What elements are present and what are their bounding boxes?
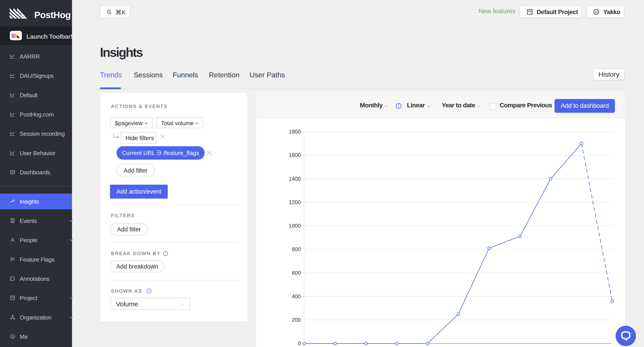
svg-text:1000: 1000 [289,223,301,229]
svg-text:1200: 1200 [289,199,301,205]
svg-text:1400: 1400 [289,176,301,182]
svg-text:800: 800 [292,246,301,252]
svg-text:1800: 1800 [289,128,301,134]
svg-text:1600: 1600 [289,152,301,158]
svg-text:0: 0 [298,340,301,346]
svg-text:200: 200 [292,317,301,323]
svg-text:400: 400 [292,293,301,300]
svg-text:600: 600 [292,270,301,276]
